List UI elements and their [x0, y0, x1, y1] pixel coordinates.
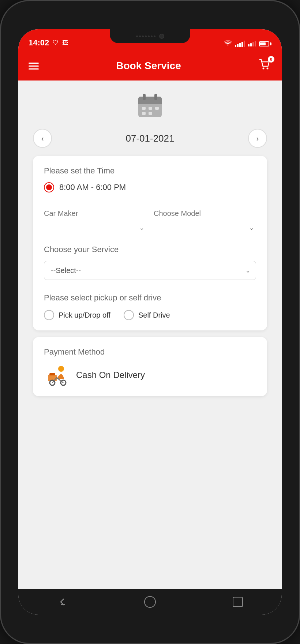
page-title: Book Service [116, 60, 181, 72]
payment-section-label: Payment Method [44, 347, 256, 357]
notch-speaker [136, 35, 155, 37]
svg-rect-4 [138, 101, 162, 104]
hamburger-menu-button[interactable] [29, 63, 39, 70]
time-radio-selected[interactable] [44, 182, 54, 192]
pickup-label: Pick up/Drop off [59, 311, 110, 319]
car-maker-group: Car Maker ⌄ [44, 209, 146, 235]
nav-bar [18, 589, 282, 615]
car-model-chevron-icon: ⌄ [249, 224, 254, 231]
pickup-radio[interactable] [44, 310, 54, 320]
svg-rect-10 [142, 112, 146, 115]
svg-rect-13 [49, 373, 55, 375]
pickup-section: Please select pickup or self drive Pick … [44, 293, 256, 320]
payment-method-row: Cash On Delivery [44, 364, 256, 386]
svg-rect-17 [61, 604, 65, 605]
pickup-options: Pick up/Drop off Self Drive [44, 310, 256, 320]
service-section-label: Choose your Service [44, 245, 256, 254]
app-header: Book Service 0 [18, 51, 282, 80]
time-section-label: Please set the Time [44, 166, 256, 176]
svg-rect-6 [154, 94, 157, 100]
pickup-section-label: Please select pickup or self drive [44, 293, 256, 303]
booking-card: Please set the Time 8:00 AM - 6:00 PM Ca… [33, 156, 267, 330]
main-content: ‹ 07-01-2021 › Please set the Time 8:00 … [18, 80, 282, 589]
phone-frame: 14:02 🛡 🖼 [0, 0, 300, 644]
car-maker-label: Car Maker [44, 209, 146, 218]
svg-rect-8 [149, 107, 152, 110]
svg-rect-5 [143, 94, 146, 100]
service-section: Choose your Service --Select-- ⌄ [44, 245, 256, 280]
car-selection: Car Maker ⌄ Choose Model [44, 209, 256, 235]
cart-badge: 0 [268, 56, 274, 63]
payment-card: Payment Method [33, 337, 267, 396]
recents-nav-button[interactable] [229, 593, 247, 611]
date-navigation: ‹ 07-01-2021 › [33, 129, 267, 148]
car-maker-wrapper: ⌄ [44, 221, 146, 235]
time-section: Please set the Time 8:00 AM - 6:00 PM [44, 166, 256, 192]
notch [110, 29, 190, 43]
signal-bars [235, 41, 245, 47]
svg-point-0 [262, 67, 264, 69]
battery-icon [259, 41, 271, 46]
svg-point-1 [266, 67, 268, 69]
back-nav-button[interactable] [53, 593, 71, 611]
phone-screen: 14:02 🛡 🖼 [18, 29, 282, 615]
svg-point-14 [58, 366, 64, 372]
selfdrive-option[interactable]: Self Drive [124, 310, 170, 320]
shield-icon: 🛡 [53, 40, 59, 46]
time-label: 8:00 AM - 6:00 PM [59, 183, 126, 192]
calendar-icon [135, 91, 165, 122]
selfdrive-radio[interactable] [124, 310, 134, 320]
selfdrive-label: Self Drive [138, 311, 170, 319]
pickup-option[interactable]: Pick up/Drop off [44, 310, 110, 320]
radio-dot [46, 184, 52, 190]
wifi-icon [224, 40, 232, 48]
home-nav-button[interactable] [141, 593, 159, 611]
car-model-group: Choose Model ⌄ [154, 209, 256, 235]
gallery-icon: 🖼 [62, 40, 68, 46]
next-date-button[interactable]: › [248, 129, 267, 148]
delivery-icon [44, 364, 70, 386]
svg-rect-9 [155, 107, 159, 110]
cart-button[interactable]: 0 [258, 58, 271, 74]
camera-icon [159, 34, 164, 39]
car-model-wrapper: ⌄ [154, 221, 256, 235]
status-icons [224, 40, 271, 48]
payment-method-text: Cash On Delivery [76, 370, 145, 380]
car-maker-chevron-icon: ⌄ [139, 224, 144, 231]
svg-rect-7 [142, 107, 146, 110]
time-option[interactable]: 8:00 AM - 6:00 PM [44, 182, 256, 192]
signal-bars-2 [248, 41, 256, 46]
service-select[interactable]: --Select-- [44, 261, 256, 280]
car-model-label: Choose Model [154, 209, 256, 218]
prev-date-button[interactable]: ‹ [33, 129, 52, 148]
current-date: 07-01-2021 [126, 133, 175, 144]
svg-rect-11 [149, 112, 152, 115]
service-select-wrapper: --Select-- ⌄ [44, 261, 256, 280]
status-time: 14:02 [29, 38, 49, 48]
